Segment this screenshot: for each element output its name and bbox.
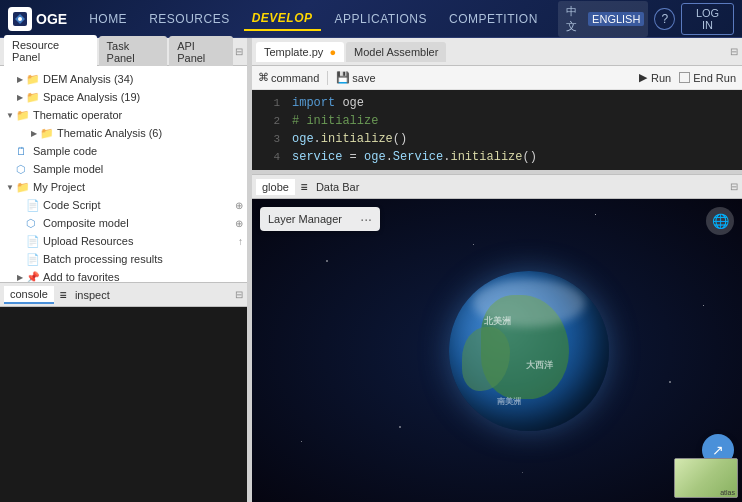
save-icon: 💾 bbox=[336, 71, 350, 84]
tree-item-upload-resources[interactable]: 📄 Upload Resources ↑ bbox=[0, 232, 247, 250]
nav-competition[interactable]: COMPETITION bbox=[441, 8, 546, 30]
toolbar-separator-1 bbox=[327, 71, 328, 85]
logo: OGE bbox=[8, 7, 67, 31]
left-panel: Resource Panel Task Panel API Panel ⊟ 📁 … bbox=[0, 38, 248, 502]
console-content bbox=[0, 307, 247, 502]
code-line-2: 2 # initialize bbox=[252, 112, 742, 130]
editor-resize-icon[interactable]: ⊟ bbox=[730, 46, 738, 57]
nav-home[interactable]: HOME bbox=[81, 8, 135, 30]
minimap: atlas bbox=[674, 458, 738, 498]
nav-applications[interactable]: APPLICATIONS bbox=[327, 8, 435, 30]
line-number-3: 3 bbox=[260, 130, 280, 148]
nav-resources[interactable]: RESOURCES bbox=[141, 8, 238, 30]
lang-en-button[interactable]: ENGLISH bbox=[588, 12, 644, 26]
code-line-3: 3 oge.initialize() bbox=[252, 130, 742, 148]
tree-arrow-space[interactable] bbox=[14, 93, 26, 102]
tree-item-thematic-analysis[interactable]: 📁 Thematic Analysis (6) bbox=[0, 124, 247, 142]
favorites-icon: 📌 bbox=[26, 270, 40, 282]
tree-item-batch-processing[interactable]: 📄 Batch processing results bbox=[0, 250, 247, 268]
minimap-label: atlas bbox=[720, 489, 735, 496]
star bbox=[301, 441, 302, 442]
globe-icon: 🌐 bbox=[712, 213, 729, 229]
tree-item-space-analysis[interactable]: 📁 Space Analysis (19) bbox=[0, 88, 247, 106]
tab-model-assembler[interactable]: Model Assembler bbox=[346, 42, 446, 62]
end-run-button[interactable]: End Run bbox=[679, 72, 736, 84]
globe-tab-icon: ≡ bbox=[298, 181, 310, 193]
star bbox=[595, 214, 596, 215]
tab-template-py[interactable]: Template.py ● bbox=[256, 42, 344, 62]
help-button[interactable]: ? bbox=[654, 8, 675, 30]
globe-view-button[interactable]: 🌐 bbox=[706, 207, 734, 235]
main-content: Resource Panel Task Panel API Panel ⊟ 📁 … bbox=[0, 38, 742, 502]
star bbox=[703, 305, 704, 306]
tree-arrow-my-project[interactable] bbox=[4, 183, 16, 192]
tree-arrow-thematic-analysis[interactable] bbox=[28, 129, 40, 138]
toolbar-command[interactable]: ⌘ command bbox=[258, 71, 319, 84]
tab-inspect[interactable]: inspect bbox=[69, 287, 116, 303]
tree-label-sample-code: Sample code bbox=[33, 145, 243, 157]
code-script-add-action[interactable]: ⊕ bbox=[235, 200, 243, 211]
earth-sphere: 北美洲 大西洋 南美洲 bbox=[449, 271, 609, 431]
code-text-1: import oge bbox=[292, 94, 364, 112]
tree-item-sample-model[interactable]: ⬡ Sample model bbox=[0, 160, 247, 178]
tree-label-thematic: Thematic operator bbox=[33, 109, 243, 121]
tree-label-upload-resources: Upload Resources bbox=[43, 235, 234, 247]
star bbox=[522, 472, 523, 473]
tab-api-panel[interactable]: API Panel bbox=[169, 36, 233, 68]
tree-arrow-favorites[interactable] bbox=[14, 273, 26, 282]
tree-arrow-thematic[interactable] bbox=[4, 111, 16, 120]
layer-manager: Layer Manager ··· bbox=[260, 207, 380, 231]
tree-label-composite-model: Composite model bbox=[43, 217, 231, 229]
tree-item-composite-model[interactable]: ⬡ Composite model ⊕ bbox=[0, 214, 247, 232]
folder-icon-thematic: 📁 bbox=[16, 108, 30, 122]
console-tabs: console ≡ inspect ⊟ bbox=[0, 283, 247, 307]
logo-text: OGE bbox=[36, 11, 67, 27]
toolbar-save[interactable]: 💾 save bbox=[336, 71, 375, 84]
tree-item-add-favorites[interactable]: 📌 Add to favorites bbox=[0, 268, 247, 282]
code-text-3: oge.initialize() bbox=[292, 130, 407, 148]
upload-resources-action[interactable]: ↑ bbox=[238, 236, 243, 247]
export-icon: ↗ bbox=[712, 442, 724, 458]
line-number-1: 1 bbox=[260, 94, 280, 112]
tree-item-my-project[interactable]: 📁 My Project bbox=[0, 178, 247, 196]
layer-menu-icon[interactable]: ··· bbox=[360, 211, 372, 227]
tree-item-sample-code[interactable]: 🗒 Sample code bbox=[0, 142, 247, 160]
login-button[interactable]: LOG IN bbox=[681, 3, 734, 35]
language-switcher: 中文 ENGLISH bbox=[558, 1, 649, 37]
tree-arrow-dem[interactable] bbox=[14, 75, 26, 84]
run-button[interactable]: ▶ Run bbox=[639, 71, 671, 84]
code-icon-script: 📄 bbox=[26, 198, 40, 212]
nav-develop[interactable]: DEVELOP bbox=[244, 7, 321, 31]
star bbox=[669, 381, 671, 383]
code-editor[interactable]: 1 import oge 2 # initialize 3 oge.initia… bbox=[252, 90, 742, 170]
file-icon-batch: 📄 bbox=[26, 252, 40, 266]
lang-cn-button[interactable]: 中文 bbox=[562, 3, 586, 35]
star bbox=[326, 260, 328, 262]
tree-item-thematic-op[interactable]: 📁 Thematic operator bbox=[0, 106, 247, 124]
tab-resource-panel[interactable]: Resource Panel bbox=[4, 35, 97, 68]
tree-label-code-script: Code Script bbox=[43, 199, 231, 211]
tab-console[interactable]: console bbox=[4, 286, 54, 304]
command-icon: ⌘ bbox=[258, 71, 269, 84]
console-resize-icon[interactable]: ⊟ bbox=[235, 289, 243, 300]
globe-resize-icon[interactable]: ⊟ bbox=[730, 181, 738, 192]
line-number-2: 2 bbox=[260, 112, 280, 130]
layer-manager-label: Layer Manager bbox=[268, 213, 354, 225]
unsaved-dot: ● bbox=[329, 46, 336, 58]
code-line-4: 4 service = oge.Service.initialize() bbox=[252, 148, 742, 166]
help-icon: ? bbox=[661, 12, 668, 26]
tab-data-bar[interactable]: Data Bar bbox=[310, 179, 365, 195]
folder-icon-my-project: 📁 bbox=[16, 180, 30, 194]
tab-task-panel[interactable]: Task Panel bbox=[99, 36, 168, 68]
tab-globe[interactable]: globe bbox=[256, 179, 295, 195]
tree-item-code-script[interactable]: 📄 Code Script ⊕ bbox=[0, 196, 247, 214]
svg-point-1 bbox=[18, 17, 22, 21]
tree-item-dem-analysis[interactable]: 📁 DEM Analysis (34) bbox=[0, 70, 247, 88]
panel-resize-icon[interactable]: ⊟ bbox=[235, 46, 243, 57]
navbar: OGE HOME RESOURCES DEVELOP APPLICATIONS … bbox=[0, 0, 742, 38]
tree-label-my-project: My Project bbox=[33, 181, 243, 193]
file-icon-upload: 📄 bbox=[26, 234, 40, 248]
star bbox=[473, 244, 474, 245]
composite-model-add-action[interactable]: ⊕ bbox=[235, 218, 243, 229]
end-run-checkbox[interactable] bbox=[679, 72, 690, 83]
